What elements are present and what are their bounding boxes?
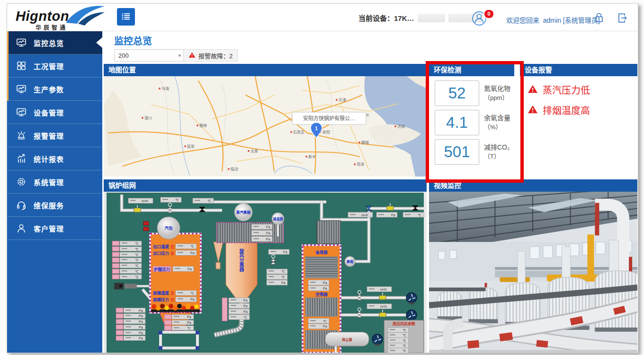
sidebar-item-label: 客户管理 bbox=[34, 223, 64, 233]
map-city-label: 太原 bbox=[250, 149, 258, 153]
env-metrics-list: 52氮氧化物（ppm）4.1余氧含量（%）501减排CO₂（T） bbox=[429, 76, 514, 177]
metric-label: 余氧含量（%） bbox=[484, 113, 510, 132]
drum-label: 汽包 bbox=[165, 226, 173, 231]
map-city-label: 安阳 bbox=[322, 130, 330, 134]
menu-toggle-button[interactable] bbox=[117, 8, 135, 26]
alarm-text: 蒸汽压力低 bbox=[543, 83, 590, 97]
svg-text:右: 右 bbox=[170, 251, 175, 256]
device-filter-select[interactable]: 200 ▾ bbox=[114, 49, 185, 62]
alarm-item: 蒸汽压力低 bbox=[528, 83, 637, 97]
map-city-label: 聊城 bbox=[361, 141, 369, 145]
user-name: admin [系统管理员] bbox=[543, 17, 600, 24]
svg-text:出口温度: 出口温度 bbox=[153, 244, 170, 249]
monitor-icon bbox=[16, 106, 27, 118]
metric-value-box: 501 bbox=[435, 139, 479, 165]
panel-map: 地图位置 bbox=[104, 64, 427, 177]
lock-icon[interactable] bbox=[592, 11, 606, 27]
sidebar-item-6[interactable]: 系统管理 bbox=[7, 170, 102, 194]
warning-triangle-icon bbox=[188, 52, 196, 60]
map-city-label: 榆林 bbox=[199, 123, 207, 128]
logo-subtext: 华辰智通 bbox=[36, 23, 68, 31]
steam-header-label: 蒸汽集箱 bbox=[236, 210, 251, 214]
panel-video-monitoring: 视频监控 bbox=[429, 179, 637, 353]
welcome-text: 欢迎您回来 admin [系统管理员] bbox=[506, 15, 600, 25]
grid-icon bbox=[16, 60, 27, 71]
metric-label: 氮氧化物（ppm） bbox=[484, 84, 510, 102]
chart-icon bbox=[16, 153, 27, 164]
panel-boiler-network: 锅炉组网 ****℃ ****Pa ****m³/h ****℃ ****Pa bbox=[104, 179, 427, 353]
logo-text: Hignton bbox=[16, 9, 69, 24]
metric-unit: （T） bbox=[484, 152, 510, 161]
map-city-label: 新乡 bbox=[308, 154, 316, 159]
sidebar-item-0[interactable]: 监控总览 bbox=[7, 31, 102, 54]
sidebar-item-1[interactable]: 工况管理 bbox=[7, 54, 102, 78]
svg-text:底端压力: 底端压力 bbox=[153, 297, 169, 302]
sidebar-item-7[interactable]: 维保服务 bbox=[7, 194, 102, 217]
boiler-scada-diagram: ****℃ ****Pa ****m³/h ****℃ ****Pa bbox=[104, 192, 427, 353]
svg-text:左: 左 bbox=[170, 244, 175, 249]
metric-name: 减排CO₂ bbox=[484, 142, 510, 152]
svg-text:炉膛压力: 炉膛压力 bbox=[154, 267, 170, 272]
chevron-down-icon: ▾ bbox=[178, 53, 181, 59]
sidebar-item-2[interactable]: 生产参数 bbox=[7, 78, 102, 101]
metric-name: 余氧含量 bbox=[484, 113, 510, 123]
warning-triangle-icon bbox=[528, 105, 538, 116]
sidebar-item-label: 报警管理 bbox=[34, 131, 64, 141]
metric-value: 52 bbox=[448, 84, 466, 102]
attemperator-label: 减温器 bbox=[273, 217, 283, 221]
alarm-list: 蒸汽压力低排烟温度高 bbox=[520, 76, 637, 177]
map-city-label: 乌海 bbox=[161, 86, 169, 91]
sidebar-item-8[interactable]: 客户管理 bbox=[7, 217, 102, 240]
fan-panel-title: 高压风机参数 bbox=[393, 321, 415, 326]
metric-name: 氮氧化物 bbox=[484, 84, 510, 93]
panel-env-monitoring: 环保检测 52氮氧化物（ppm）4.1余氧含量（%）501减排CO₂（T） bbox=[429, 64, 514, 177]
svg-text:底端温度: 底端温度 bbox=[153, 291, 170, 295]
map-city-label: 济南 bbox=[397, 124, 405, 129]
user-icon bbox=[16, 222, 27, 234]
sidebar-item-label: 维保服务 bbox=[34, 200, 64, 210]
alarm-summary-text: 报警故障：2 bbox=[198, 51, 233, 60]
panel-env-title: 环保检测 bbox=[429, 64, 514, 76]
map-marker-label: 1 bbox=[315, 126, 318, 131]
app-window: Hignton 华辰智通 当前设备：17K… 0 欢迎您回来 admin [系统… bbox=[7, 3, 638, 353]
sidebar-nav: 监控总览工况管理生产参数设备管理报警管理统计报表系统管理维保服务客户管理 bbox=[7, 31, 102, 353]
env-metric-row: 501减排CO₂（T） bbox=[435, 140, 514, 164]
alarm-summary-chip[interactable]: 报警故障：2 bbox=[183, 49, 238, 62]
map-canvas[interactable]: 银川乌海榆林延安太原石家庄保定天津德州济南聊城安阳新乡菏泽临汾 安阳方快锅炉有限… bbox=[104, 76, 427, 177]
redacted-device-text bbox=[418, 14, 445, 22]
current-device-label: 当前设备：17K… bbox=[358, 13, 414, 23]
sidebar-item-5[interactable]: 统计报表 bbox=[7, 147, 102, 170]
cyclone-label: 旋风分离器 bbox=[239, 248, 244, 272]
metric-value-box: 52 bbox=[435, 80, 479, 106]
brand-logo: Hignton 华辰智通 bbox=[7, 4, 102, 31]
svg-text:左: 左 bbox=[170, 291, 175, 295]
notification-user-icon[interactable]: 0 bbox=[471, 10, 496, 27]
video-feed bbox=[429, 192, 637, 353]
air-preheater-label: 空预器 bbox=[315, 292, 328, 297]
sidebar-item-4[interactable]: 报警管理 bbox=[7, 124, 102, 147]
metric-value: 4.1 bbox=[446, 114, 468, 132]
map-tooltip-text: 安阳方快锅炉有限公… bbox=[303, 115, 355, 121]
metric-value-box: 4.1 bbox=[435, 110, 479, 135]
fan-parameter-panel: 高压风机参数 bbox=[384, 320, 424, 353]
logout-icon[interactable] bbox=[615, 11, 628, 27]
alarm-item: 排烟温度高 bbox=[528, 103, 637, 117]
metric-label: 减排CO₂（T） bbox=[484, 142, 510, 161]
alarm-text: 排烟温度高 bbox=[543, 103, 590, 117]
siren-icon bbox=[16, 130, 27, 141]
sidebar-item-label: 工况管理 bbox=[34, 61, 64, 71]
monitor-icon bbox=[16, 37, 27, 48]
list-menu-icon bbox=[119, 18, 133, 25]
panel-device-alarms: 设备报警 蒸汽压力低排烟温度高 bbox=[520, 64, 637, 177]
sidebar-item-label: 生产参数 bbox=[34, 84, 64, 94]
panel-map-title: 地图位置 bbox=[104, 64, 427, 76]
sidebar-item-label: 统计报表 bbox=[34, 154, 64, 164]
map-city-label: 延安 bbox=[187, 144, 195, 149]
small-header-label: 集箱 bbox=[346, 259, 353, 264]
monitor-icon bbox=[16, 83, 27, 95]
svg-text:出口压力: 出口压力 bbox=[153, 251, 169, 256]
sidebar-item-3[interactable]: 设备管理 bbox=[7, 101, 102, 124]
panel-boiler-title: 锅炉组网 bbox=[104, 179, 427, 192]
map-city-label: 临汾 bbox=[231, 167, 238, 171]
svg-text:右: 右 bbox=[170, 297, 175, 302]
